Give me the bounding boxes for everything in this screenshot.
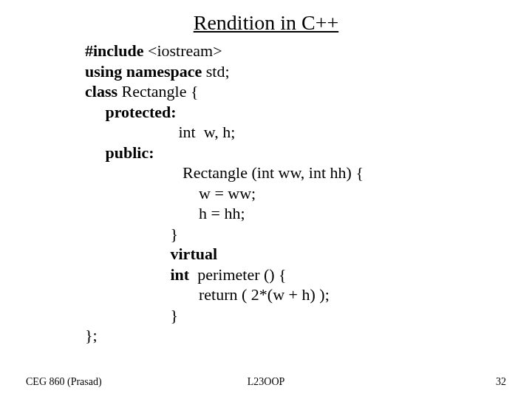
code-line: return ( 2*(w + h) );	[85, 285, 330, 304]
code-line: h = hh;	[85, 204, 245, 222]
code-line: }	[85, 225, 178, 243]
code-line: class	[85, 82, 122, 100]
code-block: #include <iostream> using namespace std;…	[85, 41, 506, 346]
code-line: perimeter () {	[197, 265, 287, 284]
code-line: int w, h;	[85, 123, 235, 141]
slide-title: Rendition in C++	[26, 11, 506, 35]
code-line: Rectangle {	[122, 82, 199, 100]
code-line: #include	[85, 41, 148, 60]
code-line: int	[85, 265, 197, 284]
code-line: std;	[206, 62, 230, 81]
code-line: <iostream>	[148, 41, 222, 60]
footer-lecture: L23OOP	[0, 376, 532, 388]
code-line: public:	[85, 143, 154, 162]
code-line: protected:	[85, 103, 177, 121]
code-line: Rectangle (int ww, int hh) {	[85, 163, 364, 182]
code-line: virtual	[85, 245, 217, 263]
code-line: w = ww;	[85, 184, 256, 202]
footer-page-number: 32	[496, 376, 506, 388]
code-line: };	[85, 326, 98, 344]
code-line: using namespace	[85, 62, 206, 81]
code-line: }	[85, 306, 178, 324]
